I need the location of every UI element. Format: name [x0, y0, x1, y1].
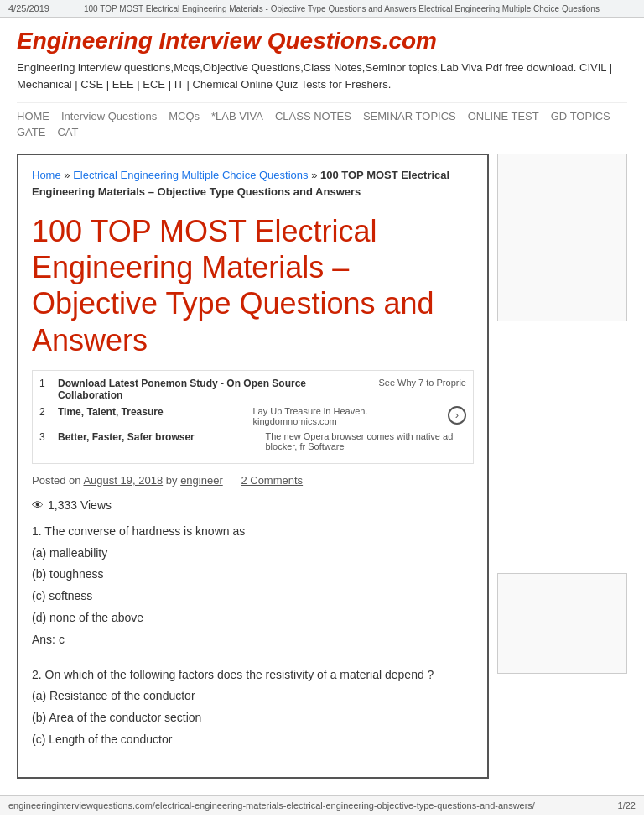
ad-title-1[interactable]: Download Latest Ponemon Study - On Open …	[58, 378, 371, 401]
ad-num-3: 3	[39, 431, 51, 443]
question-1-text: 1. The converse of hardness is known as	[32, 522, 474, 542]
footer-bar: engineeringinterviewquestions.com/electr…	[0, 795, 644, 815]
nav-lab-viva[interactable]: *LAB VIVA	[211, 110, 263, 122]
ad-block: 1 Download Latest Ponemon Study - On Ope…	[32, 370, 474, 464]
ad-title-2[interactable]: Time, Talent, Treasure	[58, 406, 247, 418]
footer-url: engineeringinterviewquestions.com/electr…	[8, 800, 535, 811]
q1-answer: Ans: c	[32, 630, 474, 650]
site-title[interactable]: Engineering Interview Questions.com	[17, 18, 627, 60]
ad-desc-3: The new Opera browser comes with native …	[266, 431, 467, 451]
page-content: Engineering Interview Questions.com Engi…	[0, 18, 644, 779]
breadcrumb-sep2: »	[311, 169, 320, 181]
sidebar-ad-top	[497, 154, 627, 321]
q2-num: 2.	[32, 668, 42, 681]
site-description: Engineering interview questions,Mcqs,Obj…	[17, 60, 627, 92]
breadcrumb: Home » Electrical Engineering Multiple C…	[32, 167, 474, 200]
q1-opt-a: (a) malleability	[32, 544, 474, 564]
q1-opt-c: (c) softness	[32, 586, 474, 607]
nav-gate[interactable]: GATE	[17, 126, 45, 138]
article-title: 100 TOP MOST Electrical Engineering Mate…	[32, 213, 474, 358]
ad-num-2: 2	[39, 406, 51, 418]
post-author[interactable]: engineer	[180, 474, 223, 487]
nav-class-notes[interactable]: CLASS NOTES	[275, 110, 351, 122]
ad-num-1: 1	[39, 378, 51, 389]
breadcrumb-home[interactable]: Home	[32, 169, 61, 181]
main-wrapper: Home » Electrical Engineering Multiple C…	[17, 154, 627, 779]
posted-on-label: Posted on	[32, 474, 81, 487]
sidebar	[497, 154, 627, 779]
ad-desc-2: Lay Up Treasure in Heaven. kingdomnomics…	[253, 406, 442, 426]
views-count: 👁 1,333 Views	[32, 498, 474, 512]
ad-row-1: 1 Download Latest Ponemon Study - On Ope…	[39, 378, 466, 401]
browser-date: 4/25/2019	[8, 3, 67, 13]
navigation: HOME Interview Questions MCQs *LAB VIVA …	[17, 102, 627, 145]
q1-body: The converse of hardness is known as	[44, 524, 245, 538]
q2-body: On which of the following factors does t…	[45, 668, 434, 681]
nav-seminar-topics[interactable]: SEMINAR TOPICS	[363, 110, 456, 122]
post-date[interactable]: August 19, 2018	[83, 474, 163, 487]
question-block-2: 2. On which of the following factors doe…	[32, 665, 474, 750]
ad-side-1: See Why 7 to Proprie	[378, 378, 466, 388]
nav-online-test[interactable]: ONLINE TEST	[468, 110, 539, 122]
ad-title-3[interactable]: Better, Faster, Safer browser	[58, 431, 259, 443]
question-block-1: 1. The converse of hardness is known as …	[32, 522, 474, 650]
main-content: Home » Electrical Engineering Multiple C…	[17, 154, 489, 779]
q2-opt-b: (b) Area of the conductor section	[32, 708, 474, 728]
nav-mcqs[interactable]: MCQs	[169, 110, 200, 122]
nav-interview-questions[interactable]: Interview Questions	[61, 110, 157, 122]
breadcrumb-category[interactable]: Electrical Engineering Multiple Choice Q…	[73, 169, 308, 181]
browser-title: 100 TOP MOST Electrical Engineering Mate…	[84, 4, 636, 13]
views-text: 1,333 Views	[48, 498, 112, 512]
browser-bar: 4/25/2019 100 TOP MOST Electrical Engine…	[0, 0, 644, 18]
nav-home[interactable]: HOME	[17, 110, 49, 122]
question-2-text: 2. On which of the following factors doe…	[32, 665, 474, 685]
ad-row-3: 3 Better, Faster, Safer browser The new …	[39, 431, 466, 451]
sidebar-ad-bottom	[497, 573, 627, 674]
breadcrumb-sep1: »	[64, 169, 73, 181]
q2-opt-c: (c) Length of the conductor	[32, 730, 474, 750]
nav-gd-topics[interactable]: GD TOPICS	[551, 110, 610, 122]
post-comments[interactable]: 2 Comments	[241, 474, 303, 487]
q1-opt-b: (b) toughness	[32, 565, 474, 585]
q2-opt-a: (a) Resistance of the conductor	[32, 686, 474, 706]
eye-icon: 👁	[32, 498, 44, 512]
ad-row-2: 2 Time, Talent, Treasure Lay Up Treasure…	[39, 406, 466, 426]
ad-circle-btn-2[interactable]: ›	[448, 406, 466, 425]
nav-cat[interactable]: CAT	[57, 126, 78, 138]
by-label: by	[166, 474, 180, 487]
q1-num: 1.	[32, 524, 42, 538]
q1-opt-d: (d) none of the above	[32, 608, 474, 628]
post-meta: Posted on August 19, 2018 by engineer 2 …	[32, 474, 474, 487]
footer-page: 1/22	[618, 800, 636, 811]
